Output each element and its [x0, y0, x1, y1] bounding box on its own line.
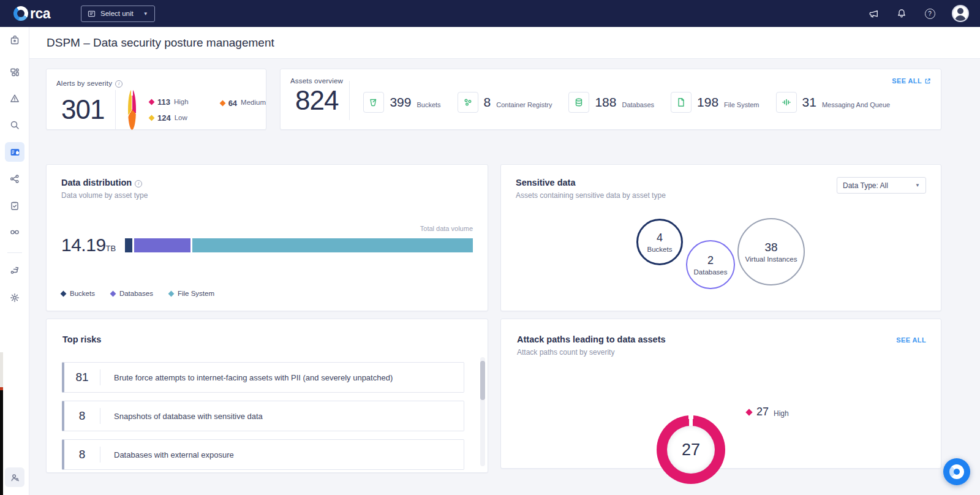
sidebar-item-compliance[interactable] — [5, 196, 24, 216]
search-icon — [9, 119, 20, 130]
sidebar-item-dashboards[interactable] — [5, 62, 24, 82]
sidebar-item-dspm[interactable] — [5, 142, 24, 162]
select-unit-label: Select unit — [100, 10, 134, 17]
data-distribution-title: Data distribution — [61, 178, 132, 187]
total-data-volume-label: Total data volume — [420, 225, 473, 232]
sidebar-divider — [7, 252, 22, 253]
legend-diamond — [149, 115, 155, 121]
sidebar-item-attack-paths[interactable] — [5, 169, 24, 189]
sidebar-item-feedback[interactable] — [5, 467, 24, 487]
bucket-icon — [368, 97, 379, 108]
user-avatar[interactable] — [952, 5, 969, 22]
announcements-icon[interactable] — [867, 7, 880, 20]
dashboards-icon — [9, 67, 20, 78]
messaging-queue-icon — [781, 97, 792, 108]
alerts-by-severity-card: Alerts by severityi 301 113 High 124 Low — [46, 69, 266, 130]
legend-diamond — [745, 409, 752, 415]
legend-item-high: 27 High — [747, 406, 789, 418]
legend-item-low: 124 Low — [149, 113, 189, 123]
sensitive-data-card: Sensitive data Assets containing sensiti… — [500, 164, 941, 311]
chevron-down-icon: ▼ — [915, 183, 920, 188]
legend-diamond — [168, 290, 174, 297]
shift-left-icon — [9, 227, 20, 238]
bar-segment-buckets — [125, 238, 132, 252]
alerts-total: 301 — [61, 94, 104, 125]
sidebar-item-automation[interactable] — [5, 260, 24, 280]
divider — [349, 81, 350, 120]
asset-item-buckets: 399 Buckets — [363, 92, 440, 113]
sidebar-item-shift-left[interactable] — [5, 222, 24, 242]
attack-paths-subtitle: Attack paths count by severity — [517, 348, 666, 357]
orca-assistant-button[interactable] — [943, 458, 970, 485]
left-edge-artifact — [0, 352, 3, 495]
sidebar-item-home[interactable] — [5, 31, 24, 50]
legend-diamond — [219, 100, 225, 106]
asset-item-container-registry: 8 Container Registry — [458, 92, 552, 113]
left-sidebar — [0, 27, 29, 495]
legend-item-high: 113 High — [149, 97, 189, 107]
top-navbar: rca Select unit ▼ ? — [0, 0, 980, 27]
attack-paths-see-all-link[interactable]: SEE ALL — [896, 336, 926, 344]
alerts-card-title: Alerts by severity — [56, 80, 112, 87]
bubble-buckets[interactable]: 4 Buckets — [636, 219, 683, 265]
database-icon — [573, 97, 584, 108]
alerts-icon — [9, 93, 20, 104]
notifications-bell-icon[interactable] — [895, 7, 908, 20]
bar-segment-databases — [134, 238, 190, 252]
page-header: DSPM – Data security posture management — [29, 27, 980, 59]
sidebar-item-settings[interactable] — [5, 288, 24, 308]
attack-paths-icon — [9, 173, 20, 184]
asset-item-file-system: 198 File System — [671, 92, 760, 113]
attack-paths-title: Attack paths leading to data assets — [517, 334, 666, 344]
bubble-virtual-instances[interactable]: 38 Virtual Instances — [737, 218, 805, 285]
bubble-databases[interactable]: 2 Databases — [686, 240, 735, 289]
attack-paths-card: Attack paths leading to data assets Atta… — [500, 319, 941, 469]
data-distribution-card: Data distributioni Data volume by asset … — [46, 164, 488, 311]
dspm-icon — [9, 146, 21, 158]
total-data-volume-value: 14.19 TB — [61, 235, 125, 255]
legend-item-file-system: File System — [169, 290, 214, 297]
alerts-donut-chart — [128, 89, 136, 130]
legend-diamond — [61, 290, 67, 297]
risk-row-3[interactable]: 8 Databases with external exposure — [62, 439, 464, 470]
legend-diamond — [110, 290, 116, 297]
orca-logo-text: rca — [30, 6, 50, 22]
help-icon[interactable]: ? — [924, 7, 936, 20]
risk-row-1[interactable]: 81 Brute force attempts to internet-faci… — [62, 362, 464, 393]
risks-scrollbar-thumb[interactable] — [480, 361, 485, 400]
orca-logo[interactable]: rca — [13, 6, 50, 22]
assets-total: 824 — [295, 85, 338, 116]
settings-gear-icon — [9, 292, 20, 303]
sidebar-item-discovery[interactable] — [5, 115, 24, 135]
automation-icon — [9, 265, 20, 276]
sidebar-item-alerts[interactable] — [5, 89, 24, 108]
risks-scrollbar-track[interactable] — [480, 357, 485, 466]
assets-see-all-link[interactable]: SEE ALL — [892, 77, 931, 85]
feedback-icon — [10, 472, 20, 483]
unit-icon — [88, 10, 96, 18]
attack-paths-total: 27 — [682, 440, 700, 459]
info-icon[interactable]: i — [135, 180, 142, 187]
assets-card-title: Assets overview — [290, 77, 343, 85]
top-risks-card: Top risks 81 Brute force attempts to int… — [46, 319, 488, 473]
asset-item-messaging-and-queue: 31 Messaging And Queue — [776, 92, 891, 113]
legend-item-medium: 64 Medium — [221, 99, 266, 123]
legend-item-buckets: Buckets — [61, 290, 95, 297]
external-link-icon — [924, 78, 931, 85]
sensitive-data-title: Sensitive data — [516, 178, 576, 187]
orca-mark-icon — [949, 464, 964, 479]
info-icon[interactable]: i — [115, 80, 123, 88]
select-unit-dropdown[interactable]: Select unit ▼ — [81, 6, 155, 22]
chevron-down-icon: ▼ — [143, 11, 148, 17]
data-type-filter-dropdown[interactable]: Data Type: All ▼ — [837, 177, 926, 194]
data-distribution-subtitle: Data volume by asset type — [61, 191, 473, 200]
page-title: DSPM – Data security posture management — [47, 36, 274, 50]
bar-segment-file-system — [192, 238, 473, 252]
legend-item-databases: Databases — [111, 290, 153, 297]
home-icon — [9, 35, 20, 46]
orca-logo-icon — [13, 6, 28, 21]
risk-row-2[interactable]: 8 Snapshots of database with sensitive d… — [62, 401, 464, 431]
file-system-icon — [676, 97, 687, 108]
asset-item-databases: 188 Databases — [568, 92, 654, 113]
attack-paths-donut-chart: 27 — [657, 415, 725, 484]
